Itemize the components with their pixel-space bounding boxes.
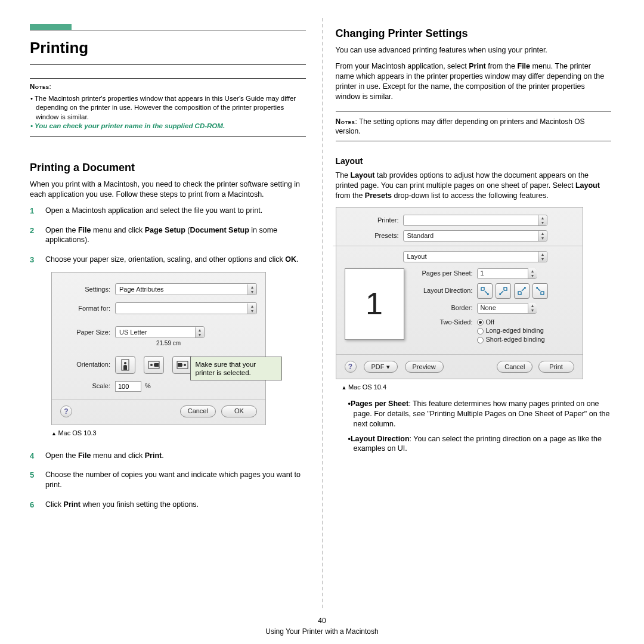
notes-box: Notes: The Macintosh printer's propertie… xyxy=(30,78,306,137)
step-text: Open a Macintosh application and select … xyxy=(45,206,262,215)
heading-rule xyxy=(30,30,306,30)
dropdown-arrows-icon: ▴▾ xyxy=(538,252,547,262)
section-heading: Printing a Document xyxy=(30,160,306,175)
printer-select[interactable]: ▴▾ xyxy=(403,215,547,226)
dropdown-arrows-icon: ▴▾ xyxy=(528,268,537,278)
feature-item: Pages per Sheet: This feature determines… xyxy=(348,399,612,429)
presets-select[interactable]: Standard▴▾ xyxy=(403,230,547,242)
border-select[interactable]: None▴▾ xyxy=(477,303,537,314)
pages-per-sheet-select[interactable]: 1▴▾ xyxy=(477,268,537,279)
two-sided-label: Two-Sided: xyxy=(413,318,477,327)
dropdown-arrows-icon: ▴▾ xyxy=(538,231,547,241)
scale-label: Scale: xyxy=(60,382,115,391)
orientation-landscape-left-button[interactable] xyxy=(144,356,164,374)
two-sided-short-radio[interactable]: Short-edged binding xyxy=(477,335,545,344)
step-item: Click Print when you finish setting the … xyxy=(30,500,306,510)
radio-icon xyxy=(477,328,484,335)
scale-input[interactable] xyxy=(115,381,141,392)
notes-item: The Macintosh printer's properties windo… xyxy=(30,94,306,122)
orientation-portrait-button[interactable] xyxy=(115,356,135,374)
page-title: Printing xyxy=(30,34,306,65)
print-button[interactable]: Print xyxy=(538,361,574,373)
dialog-separator xyxy=(333,246,583,246)
scale-unit: % xyxy=(145,382,151,391)
ok-button[interactable]: OK xyxy=(221,405,257,417)
presets-label: Presets: xyxy=(369,231,403,240)
accent-bar xyxy=(30,24,72,30)
border-label: Border: xyxy=(413,304,477,312)
radio-icon xyxy=(477,319,484,326)
body-paragraph: You can use advanced printing features w… xyxy=(336,45,612,55)
dropdown-arrows-icon: ▴▾ xyxy=(538,215,547,225)
layout-direction-button-2[interactable] xyxy=(496,283,511,299)
cancel-button[interactable]: Cancel xyxy=(180,405,216,417)
notes-label: Notes xyxy=(336,117,355,126)
body-paragraph: The Layout tab provides options to adjus… xyxy=(336,171,612,201)
orientation-label: Orientation: xyxy=(60,360,115,369)
step-item: Open the File menu and click Page Setup … xyxy=(30,225,306,246)
callout-box: Make sure that your printer is selected. xyxy=(190,357,282,381)
svg-point-5 xyxy=(184,364,186,366)
dropdown-arrows-icon: ▴▾ xyxy=(528,303,537,313)
format-for-select[interactable]: ▴▾ xyxy=(115,302,257,314)
layout-direction-button-3[interactable] xyxy=(514,283,530,299)
layout-direction-label: Layout Direction: xyxy=(413,286,477,295)
print-layout-dialog: Printer: ▴▾ Presets: Standard▴▾ Layout▴▾… xyxy=(336,207,583,380)
step-item: Open a Macintosh application and select … xyxy=(30,206,306,216)
step-item: Open the File menu and click Print. xyxy=(30,451,306,461)
dialog-separator xyxy=(52,399,265,400)
notes-box: Notes: The setting options may differ de… xyxy=(336,112,612,141)
footer-text: Using Your Printer with a Macintosh xyxy=(0,626,644,637)
page-setup-dialog: Settings: Page Attributes ▴▾ Format for:… xyxy=(51,272,266,425)
dropdown-arrows-icon: ▴▾ xyxy=(247,304,256,314)
section-heading: Changing Printer Settings xyxy=(336,26,612,41)
body-paragraph: From your Macintosh application, select … xyxy=(336,61,612,102)
pdf-button[interactable]: PDF ▾ xyxy=(364,361,398,373)
dialog-separator xyxy=(336,354,583,355)
page-footer: 40 Using Your Printer with a Macintosh xyxy=(0,615,644,637)
feature-item: Layout Direction: You can select the pri… xyxy=(348,434,612,454)
step-text: Choose the number of copies you want and… xyxy=(45,470,301,489)
subsection-heading: Layout xyxy=(336,156,612,167)
step-item: Choose the number of copies you want and… xyxy=(30,470,306,490)
help-button[interactable]: ? xyxy=(345,361,357,373)
page-number: 40 xyxy=(0,615,644,626)
paper-size-select[interactable]: US Letter ▴▾ xyxy=(115,326,205,338)
radio-icon xyxy=(477,337,484,343)
dropdown-arrows-icon: ▴▾ xyxy=(247,284,256,295)
two-sided-off-radio[interactable]: Off xyxy=(477,318,545,327)
layout-direction-button-1[interactable] xyxy=(477,283,493,299)
paper-size-sub: 21.59 cm xyxy=(120,339,217,348)
svg-point-3 xyxy=(150,364,153,366)
panel-select[interactable]: Layout▴▾ xyxy=(403,251,547,262)
figure-caption: Mac OS 10.4 xyxy=(342,383,612,392)
pages-per-sheet-label: Pages per Sheet: xyxy=(413,269,477,278)
paper-size-label: Paper Size: xyxy=(60,328,115,337)
figure-caption: Mac OS 10.3 xyxy=(51,429,306,438)
printer-label: Printer: xyxy=(369,216,403,225)
two-sided-long-radio[interactable]: Long-edged binding xyxy=(477,326,545,335)
section-intro: When you print with a Macintosh, you nee… xyxy=(30,179,306,200)
dropdown-arrows-icon: ▴▾ xyxy=(195,327,204,338)
cancel-button[interactable]: Cancel xyxy=(497,361,532,373)
svg-point-1 xyxy=(124,362,126,364)
step-item: Choose your paper size, orientation, sca… xyxy=(30,255,306,437)
notes-item-highlight: You can check your printer name in the s… xyxy=(30,122,306,131)
settings-select[interactable]: Page Attributes ▴▾ xyxy=(115,283,257,295)
settings-label: Settings: xyxy=(60,285,115,294)
layout-direction-button-4[interactable] xyxy=(532,283,548,299)
format-for-label: Format for: xyxy=(60,304,115,313)
page-preview: 1 xyxy=(345,268,404,340)
help-button[interactable]: ? xyxy=(60,405,72,417)
notes-label: Notes xyxy=(30,83,49,90)
preview-button[interactable]: Preview xyxy=(405,361,444,373)
